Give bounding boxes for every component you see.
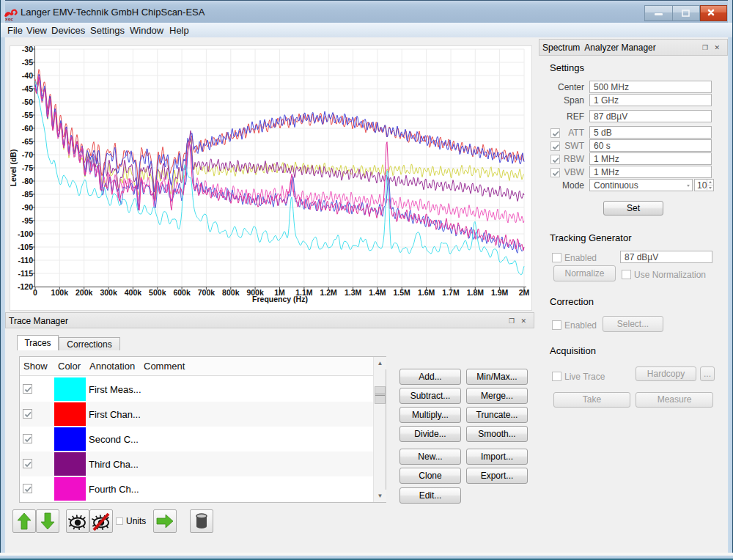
svg-text:400k: 400k [125,288,142,297]
svg-text:-70: -70 [22,150,33,159]
svg-text:-60: -60 [22,124,33,133]
svg-text:700k: 700k [198,288,216,297]
svg-text:1.7M: 1.7M [442,288,460,297]
svg-text:-85: -85 [22,190,33,199]
svg-text:-95: -95 [22,216,33,225]
svg-text:200k: 200k [75,288,93,297]
svg-text:100k: 100k [51,288,69,297]
svg-text:1.3M: 1.3M [345,288,362,297]
svg-text:2M: 2M [519,288,530,297]
svg-text:-115: -115 [18,269,34,278]
svg-text:Level (dB): Level (dB) [10,150,18,187]
svg-text:800k: 800k [222,288,240,297]
svg-text:-100: -100 [18,229,33,238]
svg-text:-105: -105 [18,243,33,251]
svg-text:-30: -30 [22,46,33,54]
svg-text:0: 0 [33,288,37,297]
svg-text:-35: -35 [22,58,33,67]
svg-text:Frequency (Hz): Frequency (Hz) [252,295,308,303]
svg-text:xqc: xqc [5,17,14,21]
svg-text:1.9M: 1.9M [491,288,509,297]
svg-text:-55: -55 [22,111,33,119]
svg-text:-120: -120 [18,282,33,291]
svg-text:1.4M: 1.4M [369,288,386,297]
svg-text:-40: -40 [22,71,33,80]
svg-text:1.6M: 1.6M [418,288,435,297]
svg-text:-90: -90 [22,203,33,212]
svg-text:600k: 600k [173,288,191,297]
svg-text:-50: -50 [22,97,33,106]
svg-text:-110: -110 [18,256,34,265]
svg-text:300k: 300k [100,288,117,297]
svg-text:500k: 500k [149,288,166,297]
svg-text:-80: -80 [22,177,33,185]
svg-text:1.8M: 1.8M [467,288,485,297]
svg-text:-45: -45 [22,84,33,93]
svg-text:-75: -75 [22,163,33,172]
svg-text:1.5M: 1.5M [394,288,411,297]
svg-text:-65: -65 [22,137,33,146]
svg-text:1.2M: 1.2M [320,288,338,297]
